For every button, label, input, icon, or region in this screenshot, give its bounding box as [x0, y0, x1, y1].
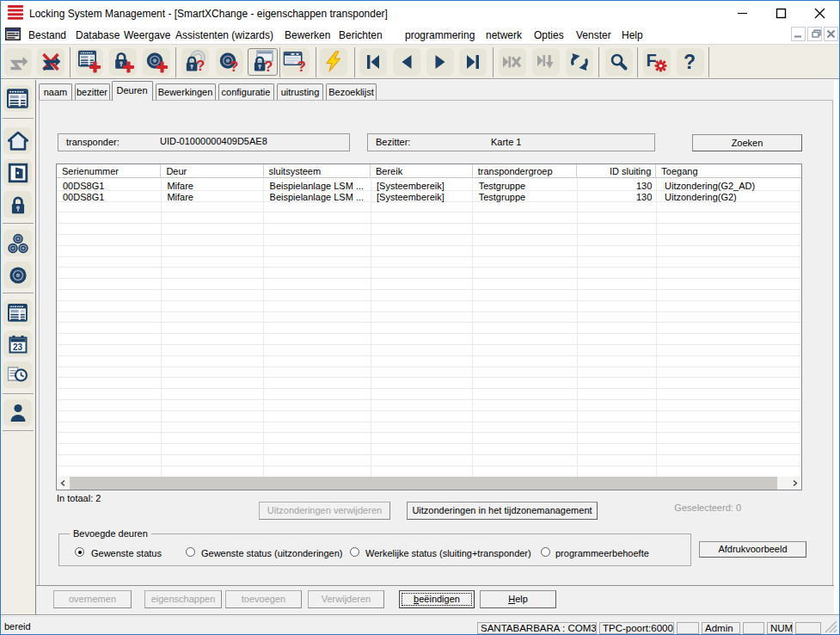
svg-text:?: ?: [297, 59, 306, 73]
svg-text:?: ?: [264, 59, 273, 74]
svg-text:?: ?: [684, 51, 696, 73]
svg-text:23: 23: [13, 342, 23, 351]
svg-text:?: ?: [230, 59, 238, 74]
svg-text:?: ?: [196, 58, 205, 74]
